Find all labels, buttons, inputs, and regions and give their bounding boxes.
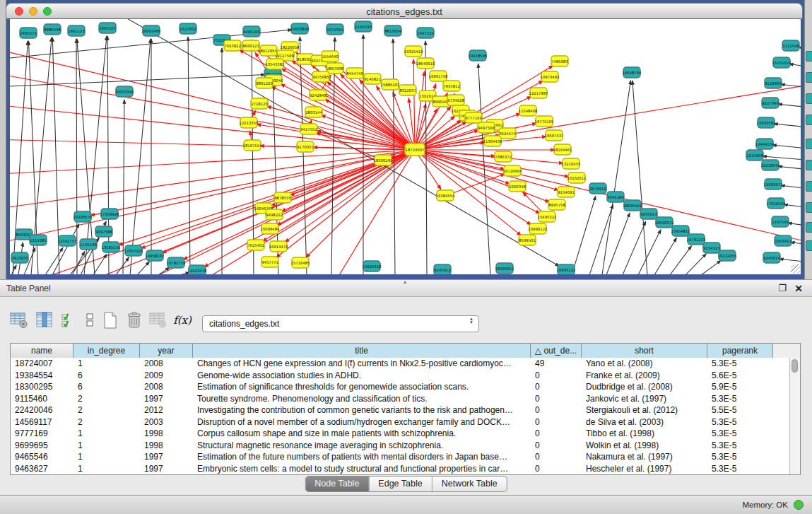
network-edge[interactable] xyxy=(10,150,415,245)
table-cell[interactable]: 0 xyxy=(531,393,582,405)
delete-icon[interactable] xyxy=(124,309,145,332)
network-edge[interactable] xyxy=(45,247,63,274)
network-edge[interactable] xyxy=(415,71,425,150)
float-panel-icon[interactable]: ❐ xyxy=(778,283,787,293)
network-edge[interactable] xyxy=(670,246,691,274)
network-edge[interactable] xyxy=(632,81,647,274)
table-settings-icon[interactable] xyxy=(8,309,30,332)
table-cell[interactable]: Estimation of significance thresholds fo… xyxy=(193,381,531,393)
table-cell[interactable]: Stergiakouli et al. (2012) xyxy=(582,404,707,416)
table-cell[interactable]: 0 xyxy=(531,440,582,452)
table-cell[interactable]: 9463627 xyxy=(11,463,73,475)
table-cell[interactable]: 1997 xyxy=(140,393,193,405)
table-cell[interactable]: 6 xyxy=(73,381,140,393)
table-row[interactable]: 969969511998Structural magnetic resonanc… xyxy=(11,440,789,452)
table-cell[interactable]: 0 xyxy=(531,404,582,416)
table-cell[interactable]: 19384554 xyxy=(11,370,73,382)
window-zoom-button[interactable] xyxy=(43,7,52,16)
table-cell[interactable]: 2 xyxy=(73,393,140,405)
network-edge[interactable] xyxy=(11,265,16,274)
network-edge[interactable] xyxy=(602,81,630,274)
table-cell[interactable]: Tourette syndrome. Phenomenology and cla… xyxy=(193,393,531,405)
table-cell[interactable]: Genome-wide association studies in ADHD. xyxy=(193,370,531,382)
table-cell[interactable]: 1 xyxy=(73,440,140,452)
table-cell[interactable]: Corpus callosum shape and size in male p… xyxy=(193,428,531,440)
table-cell[interactable]: Dudbridge et al. (2008) xyxy=(582,381,707,393)
network-edge[interactable] xyxy=(204,150,415,267)
table-cell[interactable]: 2008 xyxy=(140,381,193,393)
tab-edge-table[interactable]: Edge Table xyxy=(369,477,432,491)
function-builder-icon[interactable]: f(x) xyxy=(172,309,193,332)
table-cell[interactable]: 0 xyxy=(531,416,582,428)
network-edge[interactable] xyxy=(772,145,801,150)
window-minimize-button[interactable] xyxy=(29,7,37,16)
table-cell[interactable]: Tibbo et al. (1998) xyxy=(582,428,707,440)
network-edge[interactable] xyxy=(788,223,801,228)
network-edge[interactable] xyxy=(188,37,190,274)
network-edge[interactable] xyxy=(130,39,151,274)
tab-node-table[interactable]: Node Table xyxy=(305,477,369,491)
table-cell[interactable]: 1998 xyxy=(140,428,193,440)
table-panel-titlebar[interactable]: ▴ Table Panel ❐ ✕ xyxy=(0,279,812,297)
tab-network-table[interactable]: Network Table xyxy=(433,477,507,491)
table-cell[interactable]: 2009 xyxy=(140,370,193,382)
table-cell[interactable]: Investigating the contribution of common… xyxy=(193,404,531,416)
table-cell[interactable]: 2012 xyxy=(140,404,193,416)
network-edge[interactable] xyxy=(107,36,109,274)
network-edge[interactable] xyxy=(93,254,107,274)
table-cell[interactable]: 1 xyxy=(73,451,140,463)
network-edge[interactable] xyxy=(413,59,415,150)
table-cell[interactable]: 1997 xyxy=(140,451,193,463)
network-edge[interactable] xyxy=(478,64,490,274)
column-header-title[interactable]: title xyxy=(193,344,531,358)
table-cell[interactable]: 49 xyxy=(531,358,582,370)
network-edge[interactable] xyxy=(784,204,801,209)
close-panel-icon[interactable]: ✕ xyxy=(794,283,803,294)
table-cell[interactable]: 2 xyxy=(73,416,140,428)
window-close-button[interactable] xyxy=(15,7,23,16)
table-cell[interactable]: 22420046 xyxy=(11,404,73,416)
network-edge[interactable] xyxy=(316,132,383,160)
network-edge[interactable] xyxy=(10,104,415,150)
network-edge[interactable] xyxy=(654,238,676,274)
table-cell[interactable]: 18300295 xyxy=(11,381,73,393)
table-cell[interactable]: de Silva et al. (2003) xyxy=(582,416,707,428)
network-edge[interactable] xyxy=(686,254,706,274)
table-cell[interactable]: Embryonic stem cells: a model to study s… xyxy=(193,463,531,475)
column-header-in_degree[interactable]: in_degree xyxy=(73,344,140,358)
import-table-icon[interactable] xyxy=(148,309,169,332)
table-cell[interactable]: 5.3E-5 xyxy=(707,358,773,370)
network-edge[interactable] xyxy=(180,273,189,274)
column-header-year[interactable]: year xyxy=(140,344,193,358)
table-cell[interactable]: 0 xyxy=(531,370,582,382)
network-edge[interactable] xyxy=(774,124,801,129)
network-edge[interactable] xyxy=(778,104,801,109)
window-titlebar[interactable]: citations_edges.txt xyxy=(6,3,803,19)
network-edge[interactable] xyxy=(779,259,801,264)
table-row[interactable]: 1456911722003Disruption of a novel membe… xyxy=(11,416,789,428)
table-cell[interactable]: Hescheler et al. (1997) xyxy=(582,463,707,475)
table-cell[interactable]: 1 xyxy=(73,358,140,370)
table-row[interactable]: 1830029562008Estimation of significance … xyxy=(11,381,789,393)
network-edge[interactable] xyxy=(415,150,569,177)
table-cell[interactable]: Disruption of a novel member of a sodium… xyxy=(193,416,531,428)
network-edge[interactable] xyxy=(137,262,150,274)
table-cell[interactable]: Yano et al. (2008) xyxy=(582,358,707,370)
table-cell[interactable]: 5.6E-5 xyxy=(707,370,773,382)
row-squares-icon[interactable] xyxy=(79,309,100,332)
table-row[interactable]: 977716911998Corpus callosum shape and si… xyxy=(11,428,789,440)
table-cell[interactable]: 0 xyxy=(531,428,582,440)
network-edge[interactable] xyxy=(781,185,801,190)
table-cell[interactable]: 5.9E-5 xyxy=(707,381,773,393)
table-cell[interactable]: Wolkin et al. (1998) xyxy=(582,440,707,452)
network-edge[interactable] xyxy=(778,166,801,171)
memory-ok-indicator-icon[interactable] xyxy=(794,500,804,510)
table-row[interactable]: 2242004622012Investigating the contribut… xyxy=(11,404,789,416)
network-table-selector[interactable]: citations_edges.txt ▲▼ xyxy=(202,315,479,332)
window-resize-grip[interactable] xyxy=(791,264,800,274)
splitter-handle-icon[interactable]: ▴ xyxy=(404,279,406,285)
table-vertical-scrollbar[interactable] xyxy=(789,358,800,474)
network-edge[interactable] xyxy=(306,150,415,257)
table-cell[interactable]: 1 xyxy=(73,463,140,475)
column-header-pagerank[interactable]: pagerank xyxy=(707,344,773,358)
